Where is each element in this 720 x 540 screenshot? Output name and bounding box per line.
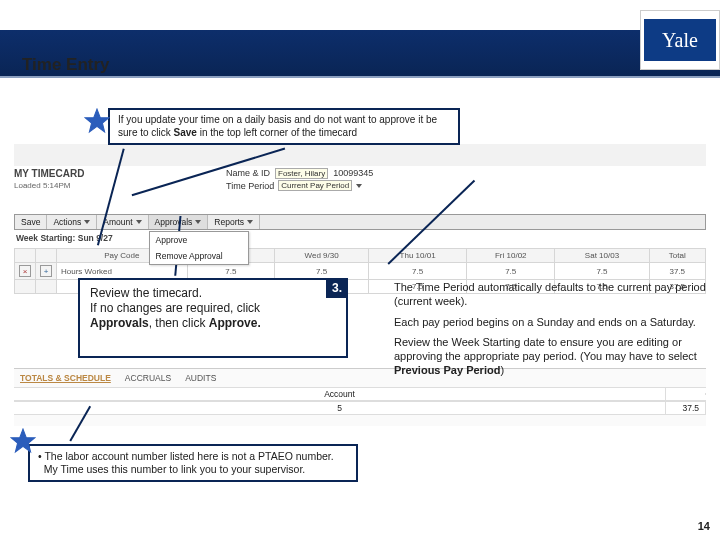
- note-paragraph: The Time Period automatically defaults t…: [394, 280, 706, 309]
- note-text: ): [500, 364, 504, 376]
- account-data-row: 5 37.5: [14, 401, 706, 415]
- chevron-down-icon: [356, 184, 362, 188]
- logo-container: Yale: [640, 10, 720, 70]
- note-text: Review the Week Starting date to ensure …: [394, 336, 697, 362]
- hours-cell[interactable]: 7.5: [555, 263, 649, 280]
- step-number-badge: 3.: [326, 278, 348, 298]
- svg-marker-0: [85, 109, 109, 132]
- svg-marker-1: [11, 429, 35, 452]
- callout-line: Approvals, then click Approve.: [90, 316, 336, 331]
- toolbar: Save Actions Amount Approvals Approve Re…: [14, 214, 706, 230]
- chevron-down-icon: [136, 220, 142, 224]
- yale-logo: Yale: [644, 19, 716, 61]
- callout-line: Review the timecard.: [90, 286, 336, 301]
- callout-step3: Review the timecard. If no changes are r…: [78, 278, 348, 358]
- col-day: Thu 10/01: [369, 249, 467, 263]
- page-title: Time Entry: [22, 55, 110, 75]
- col-day: Wed 9/30: [275, 249, 369, 263]
- account-header: Account: [14, 388, 666, 400]
- tab-totals[interactable]: TOTALS & SCHEDULE: [20, 373, 111, 383]
- callout-text: in the top left corner of the timecard: [197, 127, 357, 138]
- name-value[interactable]: Foster, Hilary: [275, 168, 328, 179]
- insert-row-icon[interactable]: +: [40, 265, 52, 277]
- period-select[interactable]: Current Pay Period: [278, 180, 352, 191]
- timecard-panel: MY TIMECARD Loaded 5:14PM Name & ID Fost…: [14, 168, 706, 294]
- approvals-label: Approvals: [155, 217, 193, 227]
- save-button[interactable]: Save: [15, 215, 47, 229]
- amount-label: Amount: [103, 217, 132, 227]
- col-day: Fri 10/02: [467, 249, 555, 263]
- callout-text: My Time uses this number to link you to …: [44, 463, 305, 475]
- account-value: 5: [14, 402, 666, 414]
- star-icon: [84, 108, 110, 134]
- remove-approval-item[interactable]: Remove Approval: [150, 248, 248, 264]
- callout-bold: Approve.: [209, 316, 261, 330]
- callout-text: , then click: [149, 316, 209, 330]
- table-header-row: Pay Code Tue 9/29 Wed 9/30 Thu 10/01 Fri…: [15, 249, 706, 263]
- name-id-row: Name & ID Foster, Hilary 10099345: [226, 168, 373, 178]
- hours-cell[interactable]: 7.5: [467, 263, 555, 280]
- note-paragraph: Review the Week Starting date to ensure …: [394, 335, 706, 378]
- account-header-row: Account: [14, 387, 706, 401]
- chevron-down-icon: [247, 220, 253, 224]
- actions-button[interactable]: Actions: [47, 215, 97, 229]
- name-label: Name & ID: [226, 168, 270, 178]
- col-day: Sat 10/03: [555, 249, 649, 263]
- chevron-down-icon: [195, 220, 201, 224]
- save-label: Save: [21, 217, 40, 227]
- callout-save-tip: If you update your time on a daily basis…: [108, 108, 460, 145]
- callout-bold: Approvals: [90, 316, 149, 330]
- time-period-row: Time Period Current Pay Period: [226, 180, 362, 191]
- callout-line: If no changes are required, click: [90, 301, 336, 316]
- hours-cell[interactable]: 7.5: [187, 263, 275, 280]
- reports-label: Reports: [214, 217, 244, 227]
- star-icon: [10, 428, 36, 454]
- delete-row-icon[interactable]: ×: [19, 265, 31, 277]
- tab-audits[interactable]: AUDITS: [185, 373, 216, 383]
- total-cell: 37.5: [649, 263, 705, 280]
- decorative-strip: [14, 144, 706, 166]
- callout-labor-account: • The labor account number listed here i…: [28, 444, 358, 482]
- col-total: Total: [649, 249, 705, 263]
- account-hours: 37.5: [666, 402, 706, 414]
- callout-bold: Save: [174, 127, 197, 138]
- reports-button[interactable]: Reports: [208, 215, 260, 229]
- employee-id: 10099345: [333, 168, 373, 178]
- week-starting-label: Week Starting: Sun 9/27: [14, 230, 706, 246]
- page-number: 14: [698, 520, 710, 532]
- paycode-cell[interactable]: Hours Worked: [57, 263, 188, 280]
- tab-accruals[interactable]: ACCRUALS: [125, 373, 171, 383]
- right-notes: The Time Period automatically defaults t…: [394, 280, 706, 384]
- period-label: Time Period: [226, 181, 274, 191]
- table-row: × + Hours Worked 7.5 7.5 7.5 7.5 7.5 37.…: [15, 263, 706, 280]
- chevron-down-icon: [84, 220, 90, 224]
- approve-item[interactable]: Approve: [150, 232, 248, 248]
- hours-cell[interactable]: 7.5: [369, 263, 467, 280]
- note-bold: Previous Pay Period: [394, 364, 500, 376]
- note-paragraph: Each pay period begins on a Sunday and e…: [394, 315, 706, 329]
- hours-cell[interactable]: 7.5: [275, 263, 369, 280]
- actions-label: Actions: [53, 217, 81, 227]
- callout-text: The labor account number listed here is …: [42, 450, 334, 462]
- approvals-dropdown: Approve Remove Approval: [149, 231, 249, 265]
